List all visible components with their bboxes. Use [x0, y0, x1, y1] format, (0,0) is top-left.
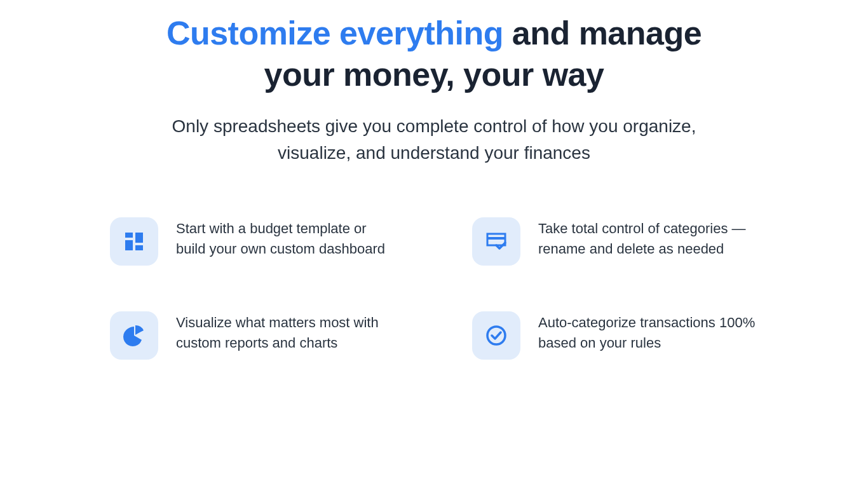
svg-rect-5 [487, 237, 505, 240]
pie-chart-icon [110, 311, 158, 360]
svg-rect-2 [125, 240, 133, 250]
feature-text: Visualize what matters most with custom … [176, 311, 396, 353]
heading-highlight: Customize everything [166, 15, 503, 51]
feature-text: Start with a budget template or build yo… [176, 217, 396, 259]
page-subheading: Only spreadsheets give you complete cont… [148, 113, 720, 166]
card-check-icon [472, 217, 520, 266]
svg-rect-0 [125, 233, 133, 238]
feature-item-categories: Take total control of categories — renam… [472, 217, 758, 266]
svg-rect-1 [135, 233, 143, 243]
svg-point-7 [487, 327, 505, 344]
feature-text: Auto-categorize transactions 100% based … [538, 311, 758, 353]
feature-text: Take total control of categories — renam… [538, 217, 758, 259]
feature-item-visualize: Visualize what matters most with custom … [110, 311, 396, 360]
features-grid: Start with a budget template or build yo… [110, 217, 758, 360]
feature-item-template: Start with a budget template or build yo… [110, 217, 396, 266]
feature-item-autocategorize: Auto-categorize transactions 100% based … [472, 311, 758, 360]
page-heading: Customize everything and manage your mon… [148, 13, 720, 95]
dashboard-icon [110, 217, 158, 266]
svg-rect-3 [135, 245, 143, 250]
check-circle-icon [472, 311, 520, 360]
